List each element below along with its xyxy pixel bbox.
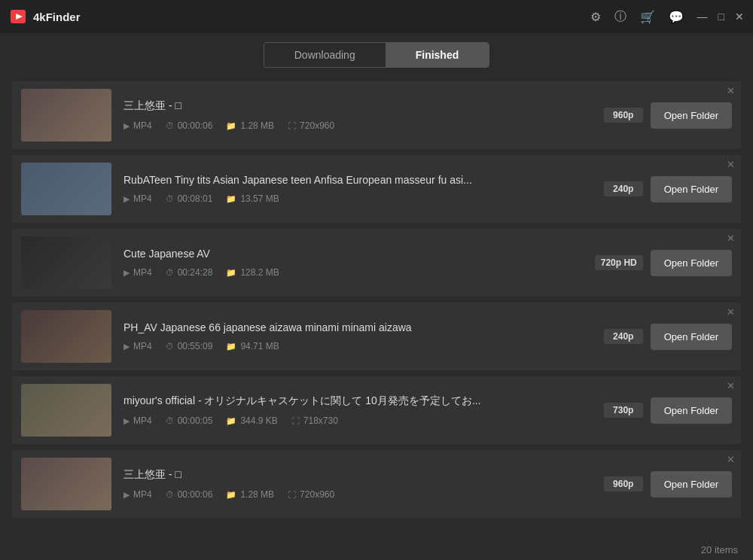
open-folder-button[interactable]: Open Folder: [651, 397, 732, 424]
items-count: 20 items: [701, 544, 738, 555]
video-title: Cute Japanese AV: [123, 248, 583, 260]
video-info: RubATeen Tiny tits Asian Japanese teen A…: [111, 174, 604, 204]
video-item: PH_AV Japanese 66 japanese aizawa minami…: [12, 303, 741, 370]
format-icon: ▶: [123, 268, 130, 278]
remove-button[interactable]: ✕: [727, 160, 735, 169]
gear-icon[interactable]: ⚙: [590, 10, 601, 24]
clock-icon: ⏱: [166, 342, 174, 351]
folder-icon: 📁: [226, 342, 236, 352]
resolution-icon: ⛶: [288, 121, 296, 130]
open-folder-button[interactable]: Open Folder: [651, 471, 732, 498]
video-meta: ▶ MP4 ⏱ 00:08:01 📁 13.57 MB: [123, 193, 592, 204]
video-thumbnail: [21, 89, 111, 142]
video-meta: ▶ MP4 ⏱ 00:00:06 📁 1.28 MB ⛶ 720x960: [123, 489, 592, 500]
format-icon: ▶: [123, 121, 130, 131]
clock-icon: ⏱: [166, 121, 174, 130]
resolution-meta: ⛶ 720x960: [288, 489, 334, 500]
remove-button[interactable]: ✕: [727, 233, 735, 243]
video-thumbnail: [21, 458, 111, 510]
duration-meta: ⏱ 00:24:28: [166, 267, 213, 278]
duration-meta: ⏱ 00:00:05: [166, 415, 213, 426]
remove-button[interactable]: ✕: [727, 455, 735, 464]
video-title: RubATeen Tiny tits Asian Japanese teen A…: [123, 174, 592, 186]
video-meta: ▶ MP4 ⏱ 00:00:06 📁 1.28 MB ⛶ 720x960: [123, 120, 592, 131]
video-item: 三上悠亜 - □ ▶ MP4 ⏱ 00:00:06 📁 1.28 MB: [12, 81, 741, 149]
video-info: Cute Japanese AV ▶ MP4 ⏱ 00:24:28 📁 128.…: [111, 248, 595, 278]
maximize-button[interactable]: □: [718, 11, 724, 22]
open-folder-button[interactable]: Open Folder: [651, 250, 732, 276]
size-meta: 📁 94.71 MB: [226, 341, 279, 352]
format-icon: ▶: [123, 342, 130, 352]
resolution-icon: ⛶: [288, 490, 296, 499]
close-button[interactable]: ✕: [735, 11, 744, 22]
app-logo: [9, 8, 27, 26]
video-item: Cute Japanese AV ▶ MP4 ⏱ 00:24:28 📁 128.…: [12, 229, 741, 297]
duration-meta: ⏱ 00:08:01: [166, 193, 213, 204]
chat-icon[interactable]: 💬: [669, 10, 684, 24]
quality-badge: 240p: [604, 181, 643, 196]
quality-badge: 720p HD: [595, 255, 643, 270]
titlebar: 4kFinder ⚙ ⓘ 🛒 💬 — □ ✕: [0, 0, 753, 33]
remove-button[interactable]: ✕: [727, 307, 735, 317]
video-title: miyour's official - オリジナルキャスケットに関して 10月発…: [123, 394, 592, 408]
video-info: miyour's official - オリジナルキャスケットに関して 10月発…: [111, 394, 604, 426]
format-meta: ▶ MP4: [123, 267, 152, 278]
tabbar: Downloading Finished: [0, 33, 753, 77]
quality-badge: 240p: [604, 329, 643, 344]
tab-group: Downloading Finished: [264, 42, 490, 68]
video-thumbnail: [21, 310, 111, 363]
format-meta: ▶ MP4: [123, 120, 152, 131]
folder-icon: 📁: [226, 268, 236, 278]
duration-meta: ⏱ 00:55:09: [166, 341, 213, 352]
video-meta: ▶ MP4 ⏱ 00:24:28 📁 128.2 MB: [123, 267, 583, 278]
video-thumbnail: [21, 163, 111, 215]
minimize-button[interactable]: —: [697, 11, 708, 22]
size-meta: 📁 1.28 MB: [226, 120, 274, 131]
tab-downloading[interactable]: Downloading: [264, 43, 386, 67]
video-actions: 240p Open Folder: [604, 176, 732, 202]
format-icon: ▶: [123, 194, 130, 204]
info-icon[interactable]: ⓘ: [614, 9, 626, 25]
video-title: 三上悠亜 - □: [123, 99, 592, 113]
video-info: 三上悠亜 - □ ▶ MP4 ⏱ 00:00:06 📁 1.28 MB: [111, 99, 604, 131]
video-thumbnail: [21, 236, 111, 289]
format-icon: ▶: [123, 490, 130, 500]
open-folder-button[interactable]: Open Folder: [651, 102, 732, 129]
resolution-meta: ⛶ 720x960: [288, 120, 334, 131]
video-item: miyour's official - オリジナルキャスケットに関して 10月発…: [12, 376, 741, 444]
video-title: 三上悠亜 - □: [123, 468, 592, 482]
size-meta: 📁 344.9 KB: [226, 415, 277, 426]
clock-icon: ⏱: [166, 416, 174, 425]
video-actions: 960p Open Folder: [604, 102, 732, 129]
video-actions: 720p HD Open Folder: [595, 250, 732, 276]
cart-icon[interactable]: 🛒: [640, 10, 655, 24]
open-folder-button[interactable]: Open Folder: [651, 324, 732, 350]
folder-icon: 📁: [226, 416, 236, 426]
folder-icon: 📁: [226, 194, 236, 204]
resolution-icon: ⛶: [291, 416, 300, 425]
video-item: 三上悠亜 - □ ▶ MP4 ⏱ 00:00:06 📁 1.28 MB: [12, 450, 741, 518]
window-controls: — □ ✕: [697, 11, 744, 22]
remove-button[interactable]: ✕: [727, 381, 735, 391]
content-area: 三上悠亜 - □ ▶ MP4 ⏱ 00:00:06 📁 1.28 MB: [0, 77, 753, 537]
quality-badge: 960p: [604, 108, 643, 123]
video-title: PH_AV Japanese 66 japanese aizawa minami…: [123, 321, 592, 333]
quality-badge: 960p: [604, 476, 643, 492]
quality-badge: 730p: [604, 403, 643, 418]
clock-icon: ⏱: [166, 194, 174, 203]
tab-finished[interactable]: Finished: [386, 43, 489, 67]
video-meta: ▶ MP4 ⏱ 00:00:05 📁 344.9 KB ⛶ 718x730: [123, 415, 592, 426]
video-info: PH_AV Japanese 66 japanese aizawa minami…: [111, 321, 604, 352]
video-item: RubATeen Tiny tits Asian Japanese teen A…: [12, 155, 741, 223]
open-folder-button[interactable]: Open Folder: [651, 176, 732, 202]
remove-button[interactable]: ✕: [727, 86, 735, 96]
video-info: 三上悠亜 - □ ▶ MP4 ⏱ 00:00:06 📁 1.28 MB: [111, 468, 604, 500]
resolution-meta: ⛶ 718x730: [291, 415, 338, 426]
format-meta: ▶ MP4: [123, 341, 152, 352]
video-meta: ▶ MP4 ⏱ 00:55:09 📁 94.71 MB: [123, 341, 592, 352]
folder-icon: 📁: [226, 490, 236, 500]
size-meta: 📁 1.28 MB: [226, 489, 274, 500]
duration-meta: ⏱ 00:00:06: [166, 120, 213, 131]
video-thumbnail: [21, 384, 111, 437]
size-meta: 📁 128.2 MB: [226, 267, 279, 278]
